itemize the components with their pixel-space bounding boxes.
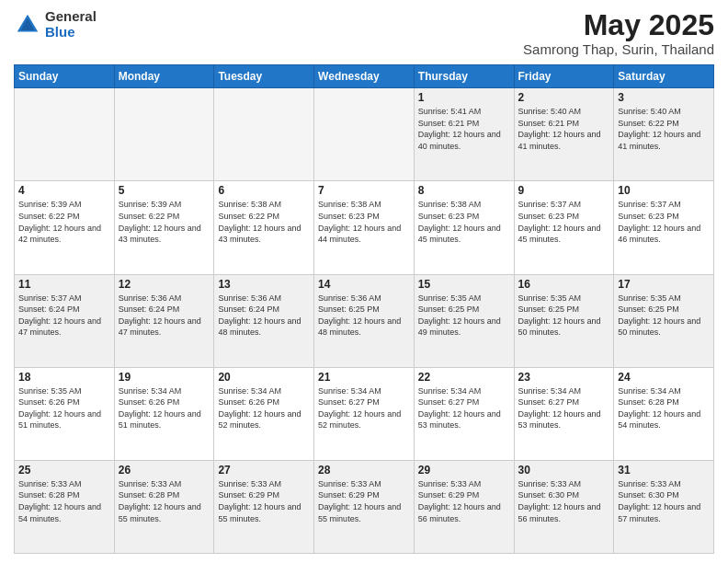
calendar-day-cell: 15Sunrise: 5:35 AMSunset: 6:25 PMDayligh… xyxy=(414,274,514,367)
day-info: Sunrise: 5:37 AMSunset: 6:23 PMDaylight:… xyxy=(518,199,610,245)
logo-general: General xyxy=(45,9,97,25)
header: General Blue May 2025 Samrong Thap, Suri… xyxy=(14,9,714,57)
calendar-day-cell: 19Sunrise: 5:34 AMSunset: 6:26 PMDayligh… xyxy=(114,367,214,460)
title-block: May 2025 Samrong Thap, Surin, Thailand xyxy=(523,9,714,57)
weekday-header-monday: Monday xyxy=(114,65,214,88)
calendar-day-cell: 17Sunrise: 5:35 AMSunset: 6:25 PMDayligh… xyxy=(614,274,714,367)
calendar-day-cell: 29Sunrise: 5:33 AMSunset: 6:29 PMDayligh… xyxy=(414,460,514,553)
day-number: 19 xyxy=(119,371,210,384)
day-number: 3 xyxy=(618,91,710,104)
calendar-day-cell: 5Sunrise: 5:39 AMSunset: 6:22 PMDaylight… xyxy=(114,181,214,274)
weekday-header-friday: Friday xyxy=(514,65,614,88)
calendar-day-cell xyxy=(314,88,415,181)
calendar-day-cell: 28Sunrise: 5:33 AMSunset: 6:29 PMDayligh… xyxy=(314,460,415,553)
calendar-day-cell: 8Sunrise: 5:38 AMSunset: 6:23 PMDaylight… xyxy=(414,181,514,274)
logo-blue: Blue xyxy=(45,25,97,40)
day-number: 15 xyxy=(418,278,510,291)
day-number: 29 xyxy=(418,464,510,477)
day-info: Sunrise: 5:36 AMSunset: 6:24 PMDaylight:… xyxy=(218,293,310,339)
calendar-week-row: 11Sunrise: 5:37 AMSunset: 6:24 PMDayligh… xyxy=(15,274,714,367)
day-info: Sunrise: 5:39 AMSunset: 6:22 PMDaylight:… xyxy=(119,199,210,245)
weekday-header-wednesday: Wednesday xyxy=(314,65,415,88)
calendar-day-cell xyxy=(114,88,214,181)
calendar-day-cell: 22Sunrise: 5:34 AMSunset: 6:27 PMDayligh… xyxy=(414,367,514,460)
day-number: 17 xyxy=(618,278,710,291)
calendar-day-cell: 23Sunrise: 5:34 AMSunset: 6:27 PMDayligh… xyxy=(514,367,614,460)
day-number: 2 xyxy=(518,91,610,104)
calendar-day-cell: 14Sunrise: 5:36 AMSunset: 6:25 PMDayligh… xyxy=(314,274,415,367)
calendar-day-cell xyxy=(15,88,115,181)
day-info: Sunrise: 5:38 AMSunset: 6:22 PMDaylight:… xyxy=(218,199,310,245)
calendar-day-cell: 21Sunrise: 5:34 AMSunset: 6:27 PMDayligh… xyxy=(314,367,415,460)
day-number: 4 xyxy=(18,184,110,197)
day-info: Sunrise: 5:37 AMSunset: 6:23 PMDaylight:… xyxy=(618,199,710,245)
day-number: 13 xyxy=(218,278,310,291)
weekday-header-tuesday: Tuesday xyxy=(214,65,314,88)
day-number: 12 xyxy=(119,278,210,291)
day-info: Sunrise: 5:40 AMSunset: 6:22 PMDaylight:… xyxy=(618,106,710,152)
day-info: Sunrise: 5:33 AMSunset: 6:29 PMDaylight:… xyxy=(418,478,510,524)
logo-icon xyxy=(14,11,41,39)
calendar-day-cell: 25Sunrise: 5:33 AMSunset: 6:28 PMDayligh… xyxy=(15,460,115,553)
day-number: 27 xyxy=(218,464,310,477)
calendar-day-cell: 20Sunrise: 5:34 AMSunset: 6:26 PMDayligh… xyxy=(214,367,314,460)
day-number: 20 xyxy=(218,371,310,384)
day-number: 30 xyxy=(518,464,610,477)
weekday-header-thursday: Thursday xyxy=(414,65,514,88)
day-number: 8 xyxy=(418,184,510,197)
day-info: Sunrise: 5:33 AMSunset: 6:30 PMDaylight:… xyxy=(518,478,610,524)
calendar-day-cell: 27Sunrise: 5:33 AMSunset: 6:29 PMDayligh… xyxy=(214,460,314,553)
day-info: Sunrise: 5:35 AMSunset: 6:26 PMDaylight:… xyxy=(18,385,110,431)
day-info: Sunrise: 5:33 AMSunset: 6:28 PMDaylight:… xyxy=(18,478,110,524)
calendar-day-cell: 24Sunrise: 5:34 AMSunset: 6:28 PMDayligh… xyxy=(614,367,714,460)
day-info: Sunrise: 5:37 AMSunset: 6:24 PMDaylight:… xyxy=(18,293,110,339)
calendar-day-cell: 11Sunrise: 5:37 AMSunset: 6:24 PMDayligh… xyxy=(15,274,115,367)
day-number: 14 xyxy=(318,278,410,291)
day-number: 28 xyxy=(318,464,410,477)
weekday-header-saturday: Saturday xyxy=(614,65,714,88)
day-number: 26 xyxy=(119,464,210,477)
day-number: 24 xyxy=(618,371,710,384)
day-number: 7 xyxy=(318,184,410,197)
day-number: 23 xyxy=(518,371,610,384)
day-info: Sunrise: 5:35 AMSunset: 6:25 PMDaylight:… xyxy=(618,293,710,339)
calendar-day-cell: 1Sunrise: 5:41 AMSunset: 6:21 PMDaylight… xyxy=(414,88,514,181)
calendar-week-row: 4Sunrise: 5:39 AMSunset: 6:22 PMDaylight… xyxy=(15,181,714,274)
day-info: Sunrise: 5:38 AMSunset: 6:23 PMDaylight:… xyxy=(418,199,510,245)
day-info: Sunrise: 5:36 AMSunset: 6:25 PMDaylight:… xyxy=(318,293,410,339)
calendar-day-cell: 13Sunrise: 5:36 AMSunset: 6:24 PMDayligh… xyxy=(214,274,314,367)
location-subtitle: Samrong Thap, Surin, Thailand xyxy=(523,41,714,57)
day-number: 5 xyxy=(119,184,210,197)
day-info: Sunrise: 5:34 AMSunset: 6:28 PMDaylight:… xyxy=(618,385,710,431)
day-number: 11 xyxy=(18,278,110,291)
month-title: May 2025 xyxy=(523,9,714,41)
calendar-day-cell: 31Sunrise: 5:33 AMSunset: 6:30 PMDayligh… xyxy=(614,460,714,553)
day-info: Sunrise: 5:34 AMSunset: 6:26 PMDaylight:… xyxy=(218,385,310,431)
calendar-day-cell: 6Sunrise: 5:38 AMSunset: 6:22 PMDaylight… xyxy=(214,181,314,274)
calendar-day-cell: 2Sunrise: 5:40 AMSunset: 6:21 PMDaylight… xyxy=(514,88,614,181)
calendar-day-cell: 10Sunrise: 5:37 AMSunset: 6:23 PMDayligh… xyxy=(614,181,714,274)
day-number: 9 xyxy=(518,184,610,197)
calendar-day-cell: 26Sunrise: 5:33 AMSunset: 6:28 PMDayligh… xyxy=(114,460,214,553)
day-info: Sunrise: 5:35 AMSunset: 6:25 PMDaylight:… xyxy=(418,293,510,339)
calendar-week-row: 25Sunrise: 5:33 AMSunset: 6:28 PMDayligh… xyxy=(15,460,714,553)
day-info: Sunrise: 5:36 AMSunset: 6:24 PMDaylight:… xyxy=(119,293,210,339)
day-info: Sunrise: 5:33 AMSunset: 6:29 PMDaylight:… xyxy=(218,478,310,524)
calendar-day-cell xyxy=(214,88,314,181)
day-info: Sunrise: 5:34 AMSunset: 6:27 PMDaylight:… xyxy=(318,385,410,431)
day-info: Sunrise: 5:33 AMSunset: 6:28 PMDaylight:… xyxy=(119,478,210,524)
calendar-day-cell: 18Sunrise: 5:35 AMSunset: 6:26 PMDayligh… xyxy=(15,367,115,460)
calendar-day-cell: 30Sunrise: 5:33 AMSunset: 6:30 PMDayligh… xyxy=(514,460,614,553)
calendar-day-cell: 9Sunrise: 5:37 AMSunset: 6:23 PMDaylight… xyxy=(514,181,614,274)
day-info: Sunrise: 5:39 AMSunset: 6:22 PMDaylight:… xyxy=(18,199,110,245)
day-info: Sunrise: 5:33 AMSunset: 6:29 PMDaylight:… xyxy=(318,478,410,524)
calendar-week-row: 18Sunrise: 5:35 AMSunset: 6:26 PMDayligh… xyxy=(15,367,714,460)
day-info: Sunrise: 5:34 AMSunset: 6:27 PMDaylight:… xyxy=(518,385,610,431)
day-number: 18 xyxy=(18,371,110,384)
calendar-table: SundayMondayTuesdayWednesdayThursdayFrid… xyxy=(14,64,714,554)
day-number: 25 xyxy=(18,464,110,477)
weekday-header-sunday: Sunday xyxy=(15,65,115,88)
day-number: 16 xyxy=(518,278,610,291)
day-info: Sunrise: 5:38 AMSunset: 6:23 PMDaylight:… xyxy=(318,199,410,245)
day-info: Sunrise: 5:35 AMSunset: 6:25 PMDaylight:… xyxy=(518,293,610,339)
